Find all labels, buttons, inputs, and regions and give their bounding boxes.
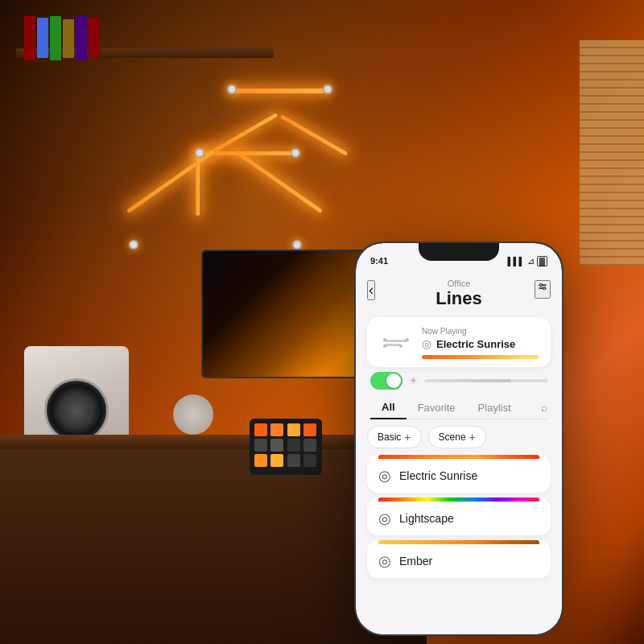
scene-inner-electric: ◎ Electric Sunrise xyxy=(378,459,539,493)
phone-body: 9:41 ▌▌▌ ⊿ ▓ ‹ Office Lines xyxy=(354,242,564,636)
scene-name-electric: Electric Sunrise xyxy=(399,469,477,482)
settings-button[interactable] xyxy=(535,280,551,299)
app-header: ‹ Office Lines xyxy=(356,272,562,314)
scene-card-electric-sunrise[interactable]: ◎ Electric Sunrise xyxy=(367,455,551,493)
svg-point-7 xyxy=(406,338,409,341)
svg-point-8 xyxy=(383,345,386,348)
signal-icon: ▌▌▌ xyxy=(507,257,524,266)
scene-card-lightscape[interactable]: ◎ Lightscape xyxy=(367,497,551,535)
wifi-icon: ⊿ xyxy=(527,256,535,266)
stream-deck xyxy=(250,419,322,475)
brightness-icon: ☀ xyxy=(409,375,418,386)
book-4 xyxy=(63,19,74,58)
scene-inner-lightscape: ◎ Lightscape xyxy=(378,502,539,535)
toggle-knob xyxy=(386,374,401,388)
pill-scene[interactable]: Scene + xyxy=(428,426,486,448)
phone-notch xyxy=(419,243,499,261)
scene-drop-icon-ember: ◎ xyxy=(378,552,391,570)
brightness-slider[interactable] xyxy=(424,379,547,382)
book-2 xyxy=(37,18,48,58)
drop-icon: ◎ xyxy=(422,337,431,350)
tab-favorite[interactable]: Favorite xyxy=(407,397,467,419)
pills-row: Basic + Scene + xyxy=(367,426,551,448)
tab-playlist[interactable]: Playlist xyxy=(467,397,522,419)
scene-drop-icon-electric: ◎ xyxy=(378,467,391,485)
device-icon xyxy=(378,325,414,361)
scene-name-lightscape: Lightscape xyxy=(399,512,454,525)
status-icons: ▌▌▌ ⊿ ▓ xyxy=(507,256,547,266)
now-playing-label: Now Playing xyxy=(422,327,539,336)
battery-icon: ▓ xyxy=(537,256,547,266)
controls-row: ☀ xyxy=(370,372,547,390)
scene-card-ember[interactable]: ◎ Ember xyxy=(367,540,551,578)
now-playing-card[interactable]: Now Playing ◎ Electric Sunrise xyxy=(367,317,551,367)
status-time: 9:41 xyxy=(370,256,388,266)
svg-point-2 xyxy=(540,284,543,287)
svg-point-3 xyxy=(543,287,546,290)
smart-speaker xyxy=(173,394,213,435)
phone-screen: 9:41 ▌▌▌ ⊿ ▓ ‹ Office Lines xyxy=(356,243,562,634)
book-1 xyxy=(24,16,35,60)
header-title: Lines xyxy=(370,288,547,309)
svg-rect-5 xyxy=(385,344,401,346)
power-toggle[interactable] xyxy=(370,372,402,390)
phone: 9:41 ▌▌▌ ⊿ ▓ ‹ Office Lines xyxy=(354,242,564,636)
svg-rect-4 xyxy=(385,340,407,342)
scene-drop-icon-lightscape: ◎ xyxy=(378,510,391,527)
scene-name-ember: Ember xyxy=(399,555,432,568)
now-playing-name: Electric Sunrise xyxy=(436,338,515,350)
svg-point-6 xyxy=(383,338,386,341)
scene-inner-ember: ◎ Ember xyxy=(378,544,539,578)
now-playing-info: Now Playing ◎ Electric Sunrise xyxy=(422,327,539,359)
book-5 xyxy=(76,16,87,60)
book-6 xyxy=(89,18,100,58)
back-button[interactable]: ‹ xyxy=(367,280,375,300)
svg-point-9 xyxy=(399,345,402,348)
speaker-woofer xyxy=(44,378,109,443)
book-3 xyxy=(50,16,61,60)
tab-all[interactable]: All xyxy=(370,396,407,419)
now-playing-progress-bar xyxy=(422,355,539,359)
tabs-row: All Favorite Playlist ⌕ xyxy=(370,396,547,419)
phone-power-button xyxy=(562,324,564,364)
app-content: ‹ Office Lines xyxy=(356,272,562,634)
header-subtitle: Office xyxy=(370,279,547,288)
search-icon[interactable]: ⌕ xyxy=(541,401,547,414)
window-blinds xyxy=(580,40,644,266)
pill-basic[interactable]: Basic + xyxy=(367,426,422,448)
